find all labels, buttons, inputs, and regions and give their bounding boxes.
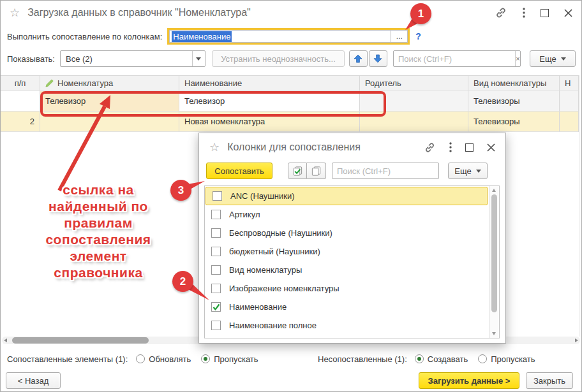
col-clipped[interactable]: Н bbox=[560, 76, 578, 91]
vertical-scrollbar[interactable] bbox=[489, 186, 499, 338]
check-icon bbox=[213, 303, 220, 311]
checkbox[interactable] bbox=[213, 191, 222, 201]
col-num[interactable]: п/п bbox=[1, 76, 40, 91]
matched-options-group: Сопоставленные элементы (1): Обновлять П… bbox=[7, 352, 258, 365]
table-right-border bbox=[579, 75, 579, 337]
checkbox[interactable] bbox=[211, 302, 221, 312]
link-icon[interactable] bbox=[495, 6, 507, 19]
chevron-down-icon[interactable] bbox=[192, 51, 205, 66]
checkbox[interactable] bbox=[211, 228, 221, 238]
column-option[interactable]: бюджетный (Наушники) bbox=[205, 242, 489, 261]
col-parent[interactable]: Родитель bbox=[360, 76, 468, 91]
load-data-button[interactable]: Загрузить данные > bbox=[419, 372, 519, 389]
checkbox[interactable] bbox=[211, 284, 221, 293]
mapping-columns-label: Выполнить сопоставление по колонкам: bbox=[7, 32, 162, 41]
checkbox[interactable] bbox=[211, 247, 221, 256]
chevron-down-icon bbox=[561, 57, 566, 61]
column-option[interactable]: Артикул bbox=[205, 205, 489, 224]
uncheck-all-icon bbox=[311, 166, 322, 177]
scroll-down-icon[interactable] bbox=[492, 332, 496, 335]
move-up-button[interactable] bbox=[349, 50, 368, 67]
window-title: Загрузка данных в справочник "Номенклату… bbox=[27, 7, 251, 18]
checkbox[interactable] bbox=[211, 210, 221, 219]
more-menu-icon[interactable] bbox=[523, 8, 525, 18]
column-option-label: Изображение номенклатуры bbox=[229, 284, 340, 293]
column-option[interactable]: Наименование bbox=[205, 298, 489, 316]
arrow-down-icon bbox=[373, 54, 382, 63]
radio-icon[interactable] bbox=[201, 354, 210, 363]
favorite-star-icon[interactable]: ☆ bbox=[209, 140, 220, 154]
uncheck-all-button[interactable] bbox=[307, 163, 326, 179]
titlebar: ☆ Загрузка данных в справочник "Номенкла… bbox=[1, 1, 581, 25]
show-filter-select[interactable]: Все (2) bbox=[60, 50, 205, 67]
help-icon[interactable]: ? bbox=[415, 31, 421, 41]
column-option-label: Артикул bbox=[229, 210, 260, 219]
main-search-group: × bbox=[393, 50, 521, 67]
dialog-more-button[interactable]: Еще bbox=[448, 163, 488, 179]
move-down-button[interactable] bbox=[369, 50, 387, 67]
maximize-icon[interactable] bbox=[541, 9, 549, 17]
annotation-callout-text: ссылка на найденный по правилам сопостав… bbox=[6, 182, 191, 281]
dialog-search-input[interactable] bbox=[332, 163, 454, 178]
col-name[interactable]: Наименование bbox=[179, 76, 360, 91]
data-load-window: ☆ Загрузка данных в справочник "Номенкла… bbox=[0, 0, 582, 392]
cell-num[interactable]: 2 bbox=[1, 112, 40, 132]
cell-num[interactable] bbox=[1, 91, 40, 112]
dialog-toolbar: Сопоставить × Еще bbox=[199, 161, 505, 180]
cell-clipped[interactable] bbox=[560, 91, 578, 112]
column-option[interactable]: Беспроводные (Наушники) bbox=[205, 224, 489, 242]
scrollbar-thumb[interactable] bbox=[12, 337, 149, 344]
close-button[interactable]: Закрыть bbox=[526, 372, 573, 389]
scrollbar-thumb[interactable] bbox=[491, 194, 497, 312]
columns-dialog: ☆ Колонки для сопоставления Сопоставить bbox=[198, 133, 506, 344]
checkbox[interactable] bbox=[211, 321, 221, 330]
radio-icon[interactable] bbox=[478, 354, 487, 363]
column-option[interactable]: Вид номенклатуры bbox=[205, 261, 489, 279]
column-option[interactable]: Наименование полное bbox=[205, 316, 489, 335]
col-nomenclature[interactable]: Номенклатура bbox=[40, 76, 179, 91]
map-button[interactable]: Сопоставить bbox=[206, 163, 272, 179]
mapping-columns-input[interactable]: Наименование bbox=[169, 30, 391, 43]
scroll-left-icon[interactable] bbox=[4, 338, 7, 342]
radio-update[interactable]: Обновлять bbox=[136, 354, 191, 364]
favorite-star-icon[interactable]: ☆ bbox=[10, 6, 20, 20]
check-all-button[interactable] bbox=[288, 163, 307, 179]
cell-kind[interactable]: Телевизоры bbox=[468, 91, 560, 112]
close-icon[interactable] bbox=[564, 9, 572, 17]
column-option[interactable]: Изображение номенклатуры bbox=[205, 279, 489, 298]
unmatched-options-group: Несопоставленные (1): Создавать Пропуска… bbox=[318, 352, 535, 365]
cell-kind[interactable]: Телевизоры bbox=[468, 112, 560, 132]
cell-clipped[interactable] bbox=[560, 112, 578, 132]
pencil-icon bbox=[45, 79, 54, 87]
link-icon[interactable] bbox=[424, 142, 436, 154]
radio-skip-matched[interactable]: Пропускать bbox=[201, 354, 258, 364]
callout-badge-3: 3 bbox=[170, 180, 191, 201]
search-input[interactable] bbox=[394, 51, 515, 66]
column-option-label: Вид номенклатуры bbox=[229, 265, 302, 275]
scroll-right-icon[interactable] bbox=[575, 338, 578, 342]
col-kind[interactable]: Вид номенклатуры bbox=[468, 76, 560, 91]
show-label: Показывать: bbox=[7, 54, 55, 64]
radio-skip-unmatched[interactable]: Пропускать bbox=[478, 354, 535, 364]
column-option-label: ANC (Наушники) bbox=[230, 191, 295, 201]
radio-create[interactable]: Создавать bbox=[415, 354, 468, 364]
more-actions-button[interactable]: Еще bbox=[530, 50, 576, 67]
clear-search-icon[interactable]: × bbox=[515, 51, 520, 66]
radio-icon[interactable] bbox=[415, 354, 424, 363]
check-all-icon bbox=[292, 166, 303, 177]
maximize-icon[interactable] bbox=[465, 143, 474, 152]
more-menu-icon[interactable] bbox=[449, 142, 452, 152]
callout-badge-1: 1 bbox=[410, 3, 431, 24]
columns-list: ANC (Наушники) Артикул Беспроводные (Нау… bbox=[204, 185, 500, 338]
column-option-label: Наименование bbox=[229, 302, 287, 312]
radio-icon[interactable] bbox=[136, 354, 145, 363]
arrow-up-icon bbox=[354, 54, 362, 63]
scroll-up-icon[interactable] bbox=[492, 189, 496, 192]
checkbox[interactable] bbox=[211, 265, 221, 275]
back-button[interactable]: < Назад bbox=[6, 372, 61, 389]
matched-label: Сопоставленные элементы (1): bbox=[7, 354, 128, 364]
dialog-title: Колонки для сопоставления bbox=[227, 142, 361, 153]
column-option[interactable]: ANC (Наушники) bbox=[205, 187, 488, 205]
resolve-ambiguity-button[interactable]: Устранить неоднозначность... bbox=[212, 50, 345, 67]
close-icon[interactable] bbox=[487, 143, 495, 152]
